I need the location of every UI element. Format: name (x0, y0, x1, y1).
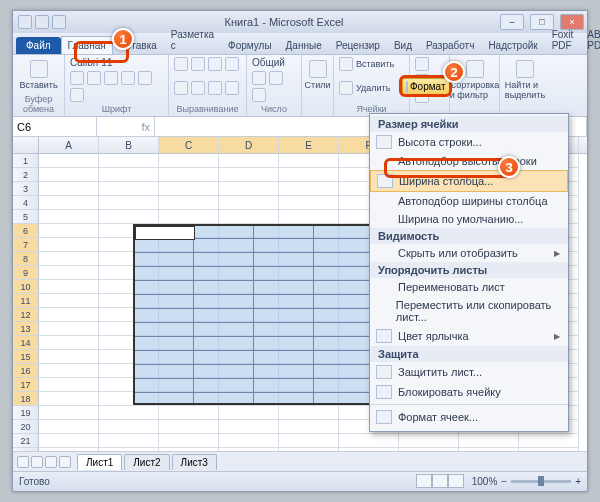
row-header[interactable]: 11 (13, 294, 39, 308)
sheet-tab[interactable]: Лист1 (77, 454, 122, 470)
cell[interactable] (279, 154, 339, 168)
cell[interactable] (99, 420, 159, 434)
cell[interactable] (39, 336, 99, 350)
cell[interactable] (159, 434, 219, 448)
cell[interactable] (279, 420, 339, 434)
cell[interactable] (159, 406, 219, 420)
save-icon[interactable] (18, 15, 32, 29)
col-header[interactable]: B (99, 137, 159, 153)
menu-format-cells[interactable]: Формат ячеек... (370, 407, 568, 427)
merge-icon[interactable] (225, 81, 239, 95)
row-header[interactable]: 7 (13, 238, 39, 252)
sheet-nav-prev[interactable] (31, 456, 43, 468)
cell[interactable] (99, 364, 159, 378)
tab-file[interactable]: Файл (16, 37, 61, 54)
cell[interactable] (159, 210, 219, 224)
font-size-select[interactable]: 11 (101, 57, 112, 68)
cell[interactable] (279, 378, 339, 392)
row-header[interactable]: 9 (13, 266, 39, 280)
percent-icon[interactable] (269, 71, 283, 85)
undo-icon[interactable] (35, 15, 49, 29)
cell[interactable] (219, 154, 279, 168)
cell[interactable] (99, 406, 159, 420)
menu-move-copy-sheet[interactable]: Переместить или скопировать лист... (370, 296, 568, 326)
menu-tab-color[interactable]: Цвет ярлычка▶ (370, 326, 568, 346)
cell[interactable] (219, 196, 279, 210)
cell[interactable] (159, 294, 219, 308)
cell[interactable] (159, 336, 219, 350)
cell[interactable] (279, 280, 339, 294)
cell[interactable] (99, 266, 159, 280)
cell[interactable] (159, 392, 219, 406)
wrap-icon[interactable] (225, 57, 239, 71)
cell[interactable] (39, 168, 99, 182)
cell[interactable] (399, 434, 459, 448)
cell[interactable] (99, 252, 159, 266)
cell[interactable] (39, 266, 99, 280)
fill-color-icon[interactable] (138, 71, 152, 85)
tab-abbyy[interactable]: ABBYY PDF (580, 25, 600, 54)
view-layout-button[interactable] (432, 474, 448, 488)
cell[interactable] (99, 168, 159, 182)
cell[interactable] (279, 238, 339, 252)
cell[interactable] (159, 182, 219, 196)
cell[interactable] (39, 434, 99, 448)
cell[interactable] (99, 336, 159, 350)
align-right-icon[interactable] (208, 81, 222, 95)
cell[interactable] (159, 308, 219, 322)
menu-protect-sheet[interactable]: Защитить лист... (370, 362, 568, 382)
cell[interactable] (279, 350, 339, 364)
sheet-nav-next[interactable] (45, 456, 57, 468)
cell[interactable] (39, 364, 99, 378)
cell[interactable] (159, 154, 219, 168)
cell[interactable] (279, 308, 339, 322)
cell[interactable] (219, 182, 279, 196)
cell[interactable] (159, 280, 219, 294)
cell[interactable] (39, 322, 99, 336)
tab-review[interactable]: Рецензир (329, 36, 387, 54)
cell[interactable] (99, 434, 159, 448)
bold-icon[interactable] (70, 71, 84, 85)
col-header[interactable]: C (159, 137, 219, 153)
row-header[interactable]: 18 (13, 392, 39, 406)
cell[interactable] (279, 182, 339, 196)
cell[interactable] (99, 182, 159, 196)
row-header[interactable]: 4 (13, 196, 39, 210)
cell[interactable] (219, 252, 279, 266)
row-header[interactable]: 2 (13, 168, 39, 182)
cell[interactable] (279, 210, 339, 224)
cell[interactable] (99, 210, 159, 224)
border-icon[interactable] (121, 71, 135, 85)
sheet-nav-first[interactable] (17, 456, 29, 468)
cell[interactable] (279, 322, 339, 336)
cell[interactable] (99, 350, 159, 364)
tab-foxit[interactable]: Foxit PDF (545, 25, 581, 54)
styles-button[interactable]: Стили (307, 57, 328, 93)
cell[interactable] (159, 252, 219, 266)
cell[interactable] (159, 168, 219, 182)
cell[interactable] (279, 294, 339, 308)
font-name-select[interactable]: Calibri (70, 57, 98, 68)
cell[interactable] (219, 434, 279, 448)
menu-hide-unhide[interactable]: Скрыть или отобразить▶ (370, 244, 568, 262)
currency-icon[interactable] (252, 71, 266, 85)
row-header[interactable]: 3 (13, 182, 39, 196)
cell[interactable] (39, 210, 99, 224)
cell[interactable] (459, 434, 519, 448)
name-box[interactable]: C6 (13, 117, 97, 136)
cell[interactable] (219, 420, 279, 434)
cell[interactable] (159, 364, 219, 378)
cell[interactable] (279, 266, 339, 280)
cell[interactable] (339, 434, 399, 448)
cell[interactable] (159, 196, 219, 210)
cell[interactable] (99, 224, 159, 238)
cell[interactable] (39, 406, 99, 420)
row-header[interactable]: 19 (13, 406, 39, 420)
row-header[interactable]: 20 (13, 420, 39, 434)
comma-icon[interactable] (252, 88, 266, 102)
cell[interactable] (219, 294, 279, 308)
cell[interactable] (219, 406, 279, 420)
menu-rename-sheet[interactable]: Переименовать лист (370, 278, 568, 296)
zoom-level[interactable]: 100% (472, 476, 498, 487)
cell[interactable] (279, 224, 339, 238)
